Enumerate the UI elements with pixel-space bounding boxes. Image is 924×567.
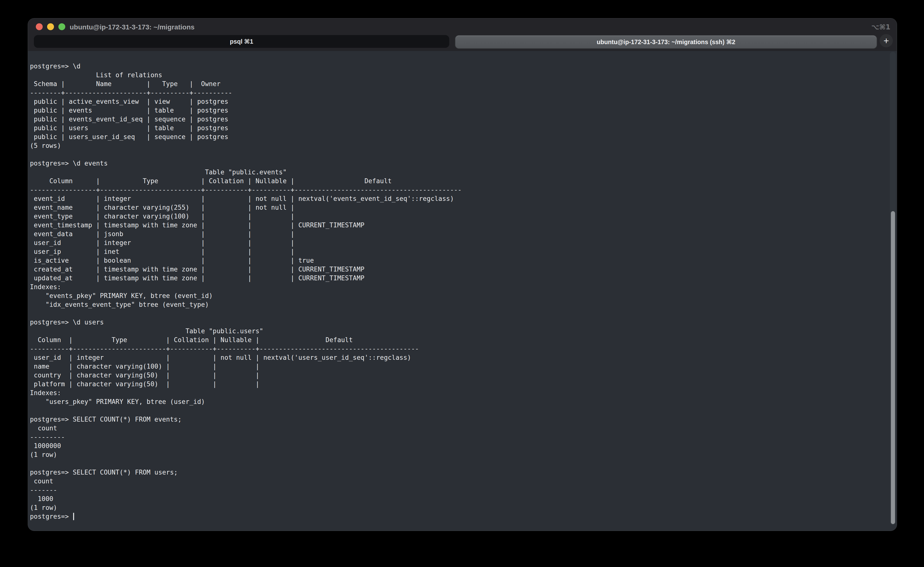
zoom-window-button[interactable]	[59, 23, 65, 30]
window-chrome: ubuntu@ip-172-31-3-173: ~/migrations ⌥⌘1…	[28, 18, 897, 51]
tab-ssh-migrations-label: ubuntu@ip-172-31-3-173: ~/migrations (ss…	[597, 39, 735, 46]
window-title: ubuntu@ip-172-31-3-173: ~/migrations	[70, 18, 195, 35]
new-tab-button[interactable]: +	[880, 34, 893, 47]
tab-ssh-migrations[interactable]: ubuntu@ip-172-31-3-173: ~/migrations (ss…	[455, 35, 877, 49]
desktop-background: ubuntu@ip-172-31-3-173: ~/migrations ⌥⌘1…	[0, 0, 924, 567]
terminal-scrollback: postgres=> \d List of relations Schema |…	[30, 62, 887, 521]
tab-bar: psql ⌘1 ubuntu@ip-172-31-3-173: ~/migrat…	[28, 35, 897, 51]
titlebar-shortcut-label: ⌥⌘1	[871, 18, 890, 35]
terminal-content[interactable]: postgres=> \d List of relations Schema |…	[28, 51, 897, 531]
titlebar: ubuntu@ip-172-31-3-173: ~/migrations ⌥⌘1	[28, 18, 897, 35]
terminal-prompt-line: postgres=>	[30, 512, 887, 521]
terminal-prompt: postgres=>	[30, 512, 73, 521]
text-cursor	[73, 513, 74, 520]
terminal-window: ubuntu@ip-172-31-3-173: ~/migrations ⌥⌘1…	[28, 18, 897, 531]
terminal-output: postgres=> \d List of relations Schema |…	[30, 62, 887, 512]
traffic-lights	[36, 23, 65, 30]
scrollbar-thumb[interactable]	[891, 211, 895, 524]
tab-psql-label: psql ⌘1	[230, 38, 253, 45]
plus-icon: +	[883, 36, 889, 45]
minimize-window-button[interactable]	[47, 23, 54, 30]
close-window-button[interactable]	[36, 23, 43, 30]
tab-psql[interactable]: psql ⌘1	[34, 35, 449, 48]
